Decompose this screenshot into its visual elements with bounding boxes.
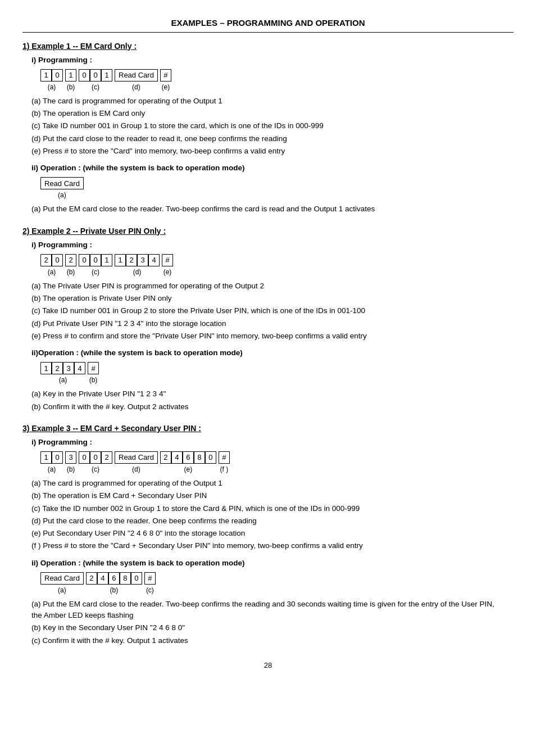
diag-col-a: 1 0 (a) bbox=[40, 69, 63, 92]
cell: 0 bbox=[131, 572, 142, 585]
cell: 2 bbox=[40, 254, 52, 266]
diag-col-e: # (e) bbox=[162, 254, 173, 277]
page-title: EXAMPLES – PROGRAMMING AND OPERATION bbox=[22, 17, 514, 33]
programming-label-ex2: i) Programming : bbox=[31, 239, 514, 251]
col-label: (c) bbox=[92, 267, 99, 277]
cell: 0 bbox=[79, 451, 90, 464]
programming-ex3: i) Programming : 1 0 (a) 3 (b) bbox=[22, 437, 514, 552]
diag-op-a: Read Card (a) bbox=[40, 177, 84, 200]
note-d: (d) Put the card close to the reader to … bbox=[31, 133, 514, 144]
cell: 1 bbox=[40, 69, 52, 82]
cell: 1 bbox=[115, 254, 126, 266]
section-title-ex1: 1) Example 1 -- EM Card Only : bbox=[22, 40, 514, 52]
cell: 0 bbox=[79, 254, 90, 266]
read-card-box: Read Card bbox=[115, 69, 158, 82]
op-note-a: (a) Key in the Private User PIN "1 2 3 4… bbox=[31, 388, 514, 400]
operation-label-ex2: ii)Operation : (while the system is back… bbox=[31, 347, 514, 359]
col-label: (b) bbox=[67, 464, 75, 474]
col-label: (c) bbox=[92, 82, 99, 92]
cell: 0 bbox=[90, 69, 101, 82]
cell: 0 bbox=[90, 451, 101, 464]
note-e: (e) Press # to store the "Card" into mem… bbox=[31, 146, 514, 157]
col-label: (a) bbox=[48, 267, 56, 277]
col-label: (b) bbox=[89, 375, 98, 385]
col-label: (a) bbox=[58, 585, 66, 595]
cell: # bbox=[144, 572, 156, 585]
note-f: (f ) Press # to store the "Card + Second… bbox=[31, 540, 514, 551]
programming-ex1: i) Programming : 1 0 (a) 1 (b) bbox=[22, 55, 514, 157]
diagram-ex3-programming: 1 0 (a) 3 (b) 0 0 2 (c) bbox=[40, 451, 514, 474]
col-label: (d) bbox=[133, 267, 142, 277]
col-label: (e) bbox=[163, 267, 172, 277]
col-label: (e) bbox=[184, 464, 193, 474]
note-b: (b) The operation is Private User PIN on… bbox=[31, 293, 514, 304]
col-label: (c) bbox=[146, 585, 154, 595]
cell: 0 bbox=[79, 69, 90, 82]
cell: 2 bbox=[52, 362, 63, 374]
col-label: (c) bbox=[92, 464, 99, 474]
cell: # bbox=[162, 254, 173, 266]
operation-label-ex3: ii) Operation : (while the system is bac… bbox=[31, 558, 514, 569]
note-c: (c) Take the ID number 002 in Group 1 to… bbox=[31, 503, 514, 514]
col-label: (f ) bbox=[220, 464, 229, 474]
col-label: (a) bbox=[48, 464, 56, 474]
col-label: (b) bbox=[67, 82, 75, 92]
col-label: (d) bbox=[132, 464, 140, 474]
diagram-ex2-programming: 2 0 (a) 2 (b) 0 0 1 (c) bbox=[40, 254, 514, 277]
programming-ex2: i) Programming : 2 0 (a) 2 (b) bbox=[22, 239, 514, 342]
diag-op-b: 2 4 6 8 0 (b) bbox=[86, 572, 142, 595]
operation-ex3: ii) Operation : (while the system is bac… bbox=[22, 558, 514, 646]
diagram-ex1-operation: Read Card (a) bbox=[40, 177, 514, 200]
diag-col-e: # (e) bbox=[160, 69, 171, 92]
read-card-box: Read Card bbox=[40, 572, 84, 585]
programming-label-ex1: i) Programming : bbox=[31, 55, 514, 66]
op-note-b: (b) Key in the Secondary User PIN "2 4 6… bbox=[31, 622, 514, 633]
diag-op-b: # (b) bbox=[88, 362, 99, 385]
note-e: (e) Press # to confirm and store the "Pr… bbox=[31, 331, 514, 342]
col-label: (a) bbox=[58, 190, 66, 200]
section-ex1: 1) Example 1 -- EM Card Only : i) Progra… bbox=[22, 40, 514, 215]
cell: 1 bbox=[40, 362, 52, 374]
section-ex3: 3) Example 3 -- EM Card + Secondary User… bbox=[22, 423, 514, 646]
note-b: (b) The operation is EM Card + Secondary… bbox=[31, 490, 514, 501]
cell: 0 bbox=[52, 254, 63, 266]
cell: 1 bbox=[101, 69, 112, 82]
cell: 2 bbox=[101, 451, 112, 464]
cell: 1 bbox=[101, 254, 112, 266]
note-c: (c) Take ID number 001 in Group 2 to sto… bbox=[31, 305, 514, 316]
cell: 0 bbox=[205, 451, 216, 464]
diag-col-b: 2 (b) bbox=[65, 254, 76, 277]
cell: 2 bbox=[65, 254, 76, 266]
diag-col-a: 2 0 (a) bbox=[40, 254, 63, 277]
note-d: (d) Put the card close to the reader. On… bbox=[31, 515, 514, 527]
col-label: (a) bbox=[48, 82, 56, 92]
section-title-ex2: 2) Example 2 -- Private User PIN Only : bbox=[22, 225, 514, 237]
col-label: (a) bbox=[59, 375, 67, 385]
diag-col-f: # (f ) bbox=[219, 451, 230, 474]
page-number: 28 bbox=[22, 660, 514, 671]
note-b: (b) The operation is EM Card only bbox=[31, 108, 514, 119]
diag-col-c: 0 0 2 (c) bbox=[79, 451, 112, 474]
note-a: (a) The Private User PIN is programmed f… bbox=[31, 280, 514, 292]
diag-col-d: 1 2 3 4 (d) bbox=[115, 254, 160, 277]
note-a: (a) The card is programmed for operating… bbox=[31, 96, 514, 107]
cell: 1 bbox=[65, 69, 76, 82]
note-d: (d) Put Private User PIN "1 2 3 4" into … bbox=[31, 318, 514, 329]
cell: 0 bbox=[90, 254, 101, 266]
diag-col-c: 0 0 1 (c) bbox=[79, 254, 112, 277]
diag-col-b: 3 (b) bbox=[65, 451, 76, 474]
col-label: (b) bbox=[110, 585, 119, 595]
note-a: (a) The card is programmed for operating… bbox=[31, 478, 514, 489]
cell: 6 bbox=[108, 572, 120, 585]
note-e: (e) Put Secondary User PIN "2 4 6 8 0" i… bbox=[31, 528, 514, 539]
operation-label-ex1: ii) Operation : (while the system is bac… bbox=[31, 162, 514, 174]
cell: 1 bbox=[40, 451, 52, 464]
diagram-ex1-programming: 1 0 (a) 1 (b) 0 0 1 (c) bbox=[40, 69, 514, 92]
op-note-a: (a) Put the EM card close to the reader.… bbox=[31, 599, 514, 622]
cell: 3 bbox=[137, 254, 148, 266]
operation-ex1: ii) Operation : (while the system is bac… bbox=[22, 162, 514, 215]
op-note-c: (c) Confirm it with the # key. Output 1 … bbox=[31, 635, 514, 646]
cell: 3 bbox=[63, 362, 74, 374]
section-ex2: 2) Example 2 -- Private User PIN Only : … bbox=[22, 225, 514, 413]
cell: # bbox=[88, 362, 99, 374]
